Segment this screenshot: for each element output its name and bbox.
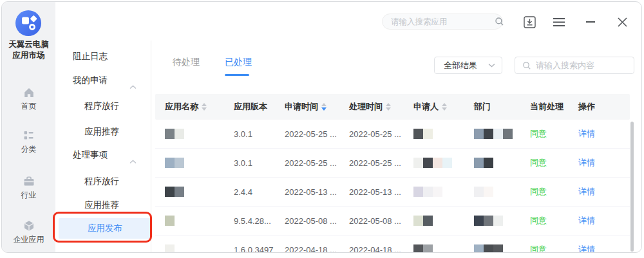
sort-desc-icon <box>321 103 327 111</box>
redacted-block <box>175 187 184 197</box>
col-header-label: 部门 <box>474 101 491 113</box>
cell-app-name-redacted <box>165 158 234 168</box>
table-row: 3.0.12022-05-25 ...2022-05-25 ...同意详情 <box>155 120 630 149</box>
cell-app-name-redacted <box>165 244 234 253</box>
close-button[interactable] <box>617 17 628 28</box>
vertical-scrollbar[interactable] <box>630 122 634 252</box>
detail-link[interactable]: 详情 <box>578 186 630 198</box>
redacted-block <box>474 129 484 139</box>
global-search-box[interactable] <box>382 14 503 30</box>
cube-icon <box>2 219 55 232</box>
col-header-app-version: 应用版本 <box>234 101 285 113</box>
briefcase-icon <box>2 174 55 188</box>
redacted-block <box>484 187 493 197</box>
rail-item-label: 首页 <box>2 101 55 112</box>
global-search-input[interactable] <box>391 17 495 26</box>
redacted-block <box>474 244 484 253</box>
cell-status-approved: 同意 <box>530 157 578 169</box>
active-tab-underline <box>225 74 249 76</box>
redacted-block <box>442 158 452 168</box>
col-header-label: 申请时间 <box>285 101 318 113</box>
cell-app-name-redacted <box>165 216 234 226</box>
menu-item-app-publish[interactable]: 应用发布 <box>59 218 151 239</box>
table-row: 1.6.0.34972022-04-18 ...2022-04-18 ...同意… <box>155 235 630 253</box>
col-header-applicant[interactable]: 申请人 <box>413 101 474 113</box>
detail-link[interactable]: 详情 <box>578 157 630 169</box>
redacted-block <box>165 244 175 253</box>
menu-item-my-requests[interactable]: 我的申请 <box>55 70 151 91</box>
app-logo <box>15 10 41 36</box>
cell-status-approved: 同意 <box>530 215 578 226</box>
redacted-block <box>474 187 484 197</box>
cell-applicant-redacted <box>413 216 474 226</box>
detail-link[interactable]: 详情 <box>578 128 630 140</box>
result-filter-select[interactable]: 全部结果 <box>434 57 502 74</box>
table-header-row: 应用名称 应用版本 申请时间 处理时间 申请人 <box>155 94 630 120</box>
download-manager-button[interactable] <box>524 16 536 28</box>
requests-table: 应用名称 应用版本 申请时间 处理时间 申请人 <box>155 94 630 253</box>
col-header-process-time[interactable]: 处理时间 <box>349 101 413 113</box>
cell-app-name-redacted <box>165 187 234 197</box>
cell-applicant-redacted <box>413 129 474 139</box>
rail-item-home[interactable]: 首页 <box>2 86 55 112</box>
table-row: 3.0.12022-05-25 ...2022-05-25 ...同意详情 <box>155 149 630 178</box>
col-header-label: 申请人 <box>413 101 439 113</box>
search-icon <box>495 17 504 26</box>
rail-item-industry[interactable]: 行业 <box>2 174 55 201</box>
menu-item-program-release[interactable]: 程序放行 <box>55 96 151 116</box>
left-rail: 天翼云电脑 应用市场 首页 分类 <box>2 2 55 252</box>
tab-processed[interactable]: 已处理 <box>225 57 252 68</box>
redacted-block <box>413 129 423 139</box>
menu-item-label: 应用推荐 <box>84 200 119 210</box>
cell-apply-time: 2022-05-25 ... <box>285 158 349 168</box>
table-body: 3.0.12022-05-25 ...2022-05-25 ...同意详情3.0… <box>155 120 630 253</box>
redacted-block <box>493 216 503 226</box>
menu-item-app-recommend-2[interactable]: 应用推荐 <box>55 195 151 216</box>
menu-item-program-release-2[interactable]: 程序放行 <box>55 171 151 192</box>
cell-app-version: 3.0.1 <box>234 129 285 139</box>
minimize-button[interactable] <box>586 21 595 23</box>
cell-status-approved: 同意 <box>530 128 578 140</box>
detail-link[interactable]: 详情 <box>578 215 630 226</box>
cell-apply-time: 2022-04-18 ... <box>285 245 349 253</box>
rail-item-label: 行业 <box>2 190 55 201</box>
redacted-block <box>423 129 433 139</box>
col-header-label: 应用名称 <box>165 101 198 113</box>
brand-title: 天翼云电脑 应用市场 <box>2 39 55 61</box>
menu-item-label: 应用发布 <box>88 223 122 233</box>
redacted-block <box>165 187 175 197</box>
cell-app-name-redacted <box>165 129 234 139</box>
cell-applicant-redacted <box>413 187 474 197</box>
cell-app-version: 1.6.0.3497 <box>234 245 285 253</box>
table-search-input[interactable] <box>536 60 629 70</box>
tab-pending[interactable]: 待处理 <box>173 57 200 68</box>
menu-icon[interactable] <box>553 17 565 27</box>
category-icon <box>2 129 55 142</box>
redacted-block <box>423 187 433 197</box>
rail-item-category[interactable]: 分类 <box>2 129 55 155</box>
col-header-label: 当前处理 <box>530 101 564 113</box>
col-header-apply-time[interactable]: 申请时间 <box>285 101 349 113</box>
redacted-block <box>413 187 423 197</box>
table-search-box[interactable] <box>515 57 634 74</box>
chevron-up-icon <box>129 77 137 97</box>
cell-applicant-redacted <box>413 158 474 168</box>
redacted-block <box>413 244 423 253</box>
side-menu: 阻止日志 我的申请 程序放行 应用推荐 处理事项 程序放行 <box>55 2 151 252</box>
sort-icon <box>386 103 391 111</box>
detail-link[interactable]: 详情 <box>578 244 630 253</box>
col-header-label: 操作 <box>578 101 595 113</box>
menu-item-label: 应用推荐 <box>84 127 119 136</box>
col-header-current-process: 当前处理 <box>530 101 578 113</box>
cell-apply-time: 2022-05-25 ... <box>285 129 349 139</box>
col-header-department: 部门 <box>474 101 530 113</box>
col-header-app-name[interactable]: 应用名称 <box>165 101 234 113</box>
menu-item-block-log[interactable]: 阻止日志 <box>55 46 151 67</box>
menu-item-todo[interactable]: 处理事项 <box>55 145 151 165</box>
menu-item-app-recommend[interactable]: 应用推荐 <box>55 122 151 142</box>
rail-item-enterprise[interactable]: 企业应用 <box>2 219 55 245</box>
redacted-block <box>493 244 503 253</box>
redacted-block <box>413 216 423 226</box>
col-header-label: 应用版本 <box>234 101 267 113</box>
menu-item-label: 程序放行 <box>84 101 119 111</box>
